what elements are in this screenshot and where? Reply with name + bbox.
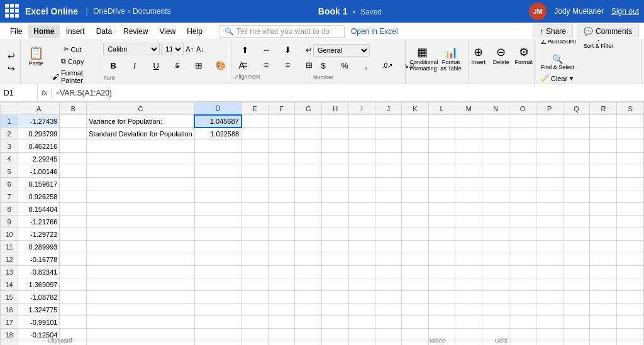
cell-L16[interactable] xyxy=(428,304,455,316)
cell-Q11[interactable] xyxy=(563,241,590,253)
cell-Q12[interactable] xyxy=(563,253,590,266)
app-menu-icon[interactable] xyxy=(5,4,20,19)
cell-S11[interactable] xyxy=(617,241,644,253)
cell-L9[interactable] xyxy=(428,216,455,228)
cell-F10[interactable] xyxy=(268,228,295,241)
cell-R19[interactable] xyxy=(590,341,617,346)
cell-M12[interactable] xyxy=(455,253,482,266)
cell-K14[interactable] xyxy=(402,278,429,291)
cell-R3[interactable] xyxy=(590,140,617,153)
cell-B8[interactable] xyxy=(60,203,87,216)
cell-J12[interactable] xyxy=(375,253,401,266)
cell-B12[interactable] xyxy=(60,253,87,266)
cell-I8[interactable] xyxy=(349,203,375,216)
col-header-M[interactable]: M xyxy=(455,102,482,115)
cell-A7[interactable]: 0.926258 xyxy=(18,190,60,203)
cell-D19[interactable] xyxy=(194,341,242,346)
cell-M7[interactable] xyxy=(455,190,482,203)
cell-C4[interactable] xyxy=(87,153,195,165)
cell-G13[interactable] xyxy=(295,266,322,278)
cell-P10[interactable] xyxy=(536,228,563,241)
cell-C19[interactable] xyxy=(87,341,195,346)
cell-J10[interactable] xyxy=(375,228,401,241)
cell-C15[interactable] xyxy=(87,291,195,304)
cell-G4[interactable] xyxy=(295,153,322,165)
cell-J15[interactable] xyxy=(375,291,401,304)
cell-I2[interactable] xyxy=(349,128,375,140)
cell-L2[interactable] xyxy=(428,128,455,140)
cell-E7[interactable] xyxy=(242,190,269,203)
cell-N12[interactable] xyxy=(482,253,509,266)
col-header-O[interactable]: O xyxy=(509,102,536,115)
cell-E14[interactable] xyxy=(242,278,269,291)
cell-G11[interactable] xyxy=(295,241,322,253)
cell-G10[interactable] xyxy=(295,228,322,241)
cell-H12[interactable] xyxy=(322,253,349,266)
clear-button[interactable]: 🧹 Clear ▼ xyxy=(538,73,577,84)
row-header-2[interactable]: 2 xyxy=(1,128,18,140)
cell-J3[interactable] xyxy=(375,140,401,153)
cell-O8[interactable] xyxy=(509,203,536,216)
cell-S4[interactable] xyxy=(617,153,644,165)
cell-G7[interactable] xyxy=(295,190,322,203)
cell-N6[interactable] xyxy=(482,178,509,190)
autosum-button[interactable]: Σ AutoSum xyxy=(538,40,579,50)
cell-F5[interactable] xyxy=(268,165,295,178)
delete-button[interactable]: ⊖ Delete xyxy=(491,44,511,67)
paste-button[interactable]: 📋 Paste xyxy=(25,44,47,68)
cell-N15[interactable] xyxy=(482,291,509,304)
cell-R2[interactable] xyxy=(590,128,617,140)
cell-F13[interactable] xyxy=(268,266,295,278)
cell-M2[interactable] xyxy=(455,128,482,140)
cell-R6[interactable] xyxy=(590,178,617,190)
cell-J4[interactable] xyxy=(375,153,401,165)
cell-O4[interactable] xyxy=(509,153,536,165)
cell-Q10[interactable] xyxy=(563,228,590,241)
cell-I19[interactable] xyxy=(349,341,375,346)
cell-S12[interactable] xyxy=(617,253,644,266)
cell-I14[interactable] xyxy=(349,278,375,291)
row-header-16[interactable]: 16 xyxy=(1,304,18,316)
cell-L12[interactable] xyxy=(428,253,455,266)
cell-L10[interactable] xyxy=(428,228,455,241)
cell-A8[interactable]: 0.154404 xyxy=(18,203,60,216)
cell-P11[interactable] xyxy=(536,241,563,253)
cell-D6[interactable] xyxy=(194,178,242,190)
cell-A13[interactable]: -0.82341 xyxy=(18,266,60,278)
col-header-B[interactable]: B xyxy=(60,102,87,115)
cell-S2[interactable] xyxy=(617,128,644,140)
cell-O1[interactable] xyxy=(509,115,536,128)
cell-D5[interactable] xyxy=(194,165,242,178)
menu-insert[interactable]: Insert xyxy=(61,25,90,38)
cell-L4[interactable] xyxy=(428,153,455,165)
cell-C14[interactable] xyxy=(87,278,195,291)
cell-B5[interactable] xyxy=(60,165,87,178)
row-header-3[interactable]: 3 xyxy=(1,140,18,153)
row-header-9[interactable]: 9 xyxy=(1,216,18,228)
cell-M18[interactable] xyxy=(455,329,482,341)
cell-K12[interactable] xyxy=(402,253,429,266)
cell-C18[interactable] xyxy=(87,329,195,341)
cell-L13[interactable] xyxy=(428,266,455,278)
cell-J18[interactable] xyxy=(375,329,401,341)
cell-E10[interactable] xyxy=(242,228,269,241)
cell-F8[interactable] xyxy=(268,203,295,216)
col-header-H[interactable]: H xyxy=(322,102,349,115)
cell-L6[interactable] xyxy=(428,178,455,190)
cell-C6[interactable] xyxy=(87,178,195,190)
col-header-F[interactable]: F xyxy=(268,102,295,115)
cell-A11[interactable]: 0.289993 xyxy=(18,241,60,253)
cell-B11[interactable] xyxy=(60,241,87,253)
cell-P5[interactable] xyxy=(536,165,563,178)
cell-Q8[interactable] xyxy=(563,203,590,216)
cell-A4[interactable]: 2.29245 xyxy=(18,153,60,165)
cell-A17[interactable]: -0.99101 xyxy=(18,316,60,329)
cell-J17[interactable] xyxy=(375,316,401,329)
row-header-18[interactable]: 18 xyxy=(1,329,18,341)
cell-R8[interactable] xyxy=(590,203,617,216)
cell-F15[interactable] xyxy=(268,291,295,304)
cell-G14[interactable] xyxy=(295,278,322,291)
cell-H4[interactable] xyxy=(322,153,349,165)
cell-K1[interactable] xyxy=(402,115,429,128)
align-right-button[interactable]: ≡ xyxy=(278,59,298,71)
